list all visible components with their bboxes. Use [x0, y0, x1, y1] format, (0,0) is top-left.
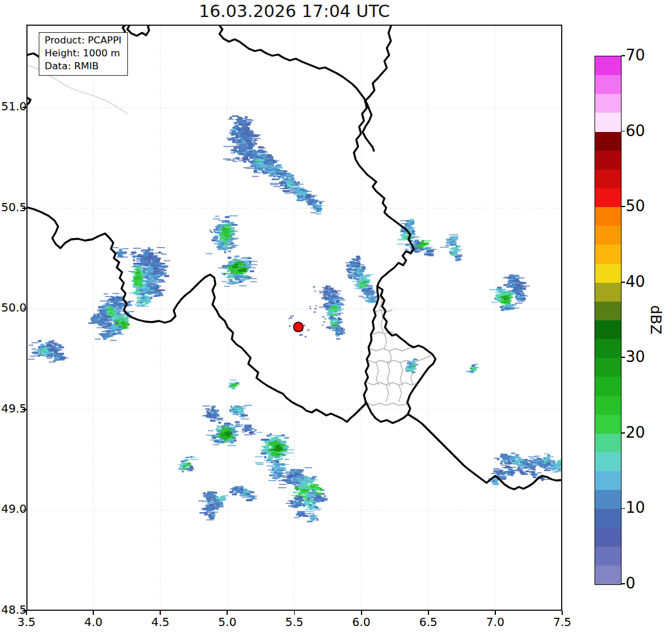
colorbar-band — [595, 358, 621, 377]
colorbar-band — [595, 75, 621, 94]
colorbar-band — [595, 283, 621, 302]
echo-cluster-moselle-speck — [466, 364, 479, 373]
echo-cluster-west-cluster — [89, 247, 170, 341]
radar-figure: 16.03.2026 17:04 UTC Product: PCAPPI Hei… — [0, 0, 672, 636]
colorbar-tick-label: 10 — [626, 499, 645, 516]
colorbar-band — [595, 377, 621, 395]
x-tick-label: 3.5 — [13, 615, 40, 629]
colorbar-label: dBZ — [647, 305, 664, 334]
x-tick-label: 6.0 — [348, 615, 375, 629]
figure-title: 16.03.2026 17:04 UTC — [26, 1, 562, 21]
colorbar-band — [595, 547, 621, 566]
colorbar-tick-mark — [622, 206, 625, 207]
colorbar-band — [595, 170, 621, 188]
y-tick-label: 50.5 — [1, 201, 22, 214]
colorbar-tick-label: 60 — [626, 122, 645, 140]
colorbar-band — [595, 245, 621, 263]
x-tick-label: 4.0 — [80, 615, 107, 629]
echo-cluster-north-band — [223, 116, 325, 215]
colorbar-tick-mark — [622, 508, 625, 509]
colorbar-band — [595, 396, 621, 415]
info-height: Height: 1000 m — [45, 47, 121, 60]
x-tick-mark — [562, 611, 563, 615]
radar-map-svg — [26, 25, 562, 611]
colorbar-band — [595, 320, 621, 339]
x-tick-label: 7.5 — [549, 615, 576, 629]
colorbar-band — [595, 566, 621, 584]
colorbar-band — [595, 188, 621, 207]
info-box: Product: PCAPPI Height: 1000 m Data: RMI… — [39, 32, 128, 76]
colorbar-band — [595, 56, 621, 75]
colorbar-tick-label: 70 — [626, 46, 645, 64]
x-tick-mark — [495, 611, 496, 615]
colorbar-tick-mark — [622, 55, 625, 56]
info-source: Data: RMIB — [45, 60, 121, 73]
x-tick-mark — [160, 611, 161, 615]
echo-cluster-east-blob — [489, 275, 530, 311]
colorbar-band — [595, 415, 621, 434]
map-plot-area — [26, 25, 562, 611]
x-tick-label: 4.5 — [147, 615, 174, 629]
echo-cluster-green-speck — [228, 380, 240, 390]
colorbar-band — [595, 528, 621, 547]
x-tick-mark — [294, 611, 295, 615]
colorbar-band — [595, 207, 621, 226]
echo-cluster-central-border-band — [309, 256, 379, 340]
colorbar-band — [595, 434, 621, 452]
colorbar-tick-label: 20 — [626, 424, 645, 441]
echo-cluster-northeast-streak-2 — [440, 235, 462, 262]
colorbar-band — [595, 132, 621, 151]
x-tick-mark — [227, 611, 228, 615]
x-tick-label: 5.0 — [214, 615, 241, 629]
x-tick-label: 6.5 — [415, 615, 442, 629]
y-tick-label: 49.0 — [1, 502, 22, 516]
colorbar-tick-label: 0 — [626, 574, 636, 592]
colorbar-band — [595, 226, 621, 245]
echo-cluster-southwest-patch — [28, 340, 68, 362]
colorbar-tick-mark — [622, 432, 625, 434]
colorbar-band — [595, 151, 621, 170]
colorbar — [595, 56, 622, 585]
colorbar-band — [595, 302, 621, 320]
x-tick-label: 5.5 — [281, 615, 308, 629]
colorbar-tick-mark — [622, 357, 625, 358]
echo-cluster-south-small-patches — [178, 456, 257, 520]
colorbar-tick-mark — [622, 131, 625, 132]
y-tick-label: 49.5 — [1, 402, 22, 415]
radar-echoes — [28, 116, 562, 522]
colorbar-tick-label: 40 — [626, 273, 645, 290]
x-tick-mark — [361, 611, 362, 615]
colorbar-tick-mark — [622, 583, 625, 584]
colorbar-band — [595, 339, 621, 358]
info-product: Product: PCAPPI — [45, 34, 121, 47]
colorbar-band — [595, 94, 621, 113]
echo-cluster-northeast-streak — [397, 219, 436, 256]
colorbar-band — [595, 509, 621, 527]
colorbar-band — [595, 264, 621, 283]
colorbar-tick-label: 30 — [626, 348, 645, 366]
x-tick-mark — [93, 611, 94, 615]
colorbar-band — [595, 471, 621, 490]
station-marker — [293, 322, 303, 331]
colorbar-tick-mark — [622, 282, 625, 283]
colorbar-band — [595, 452, 621, 471]
canton-borders — [367, 295, 431, 405]
y-tick-label: 48.5 — [1, 603, 22, 617]
x-tick-label: 7.0 — [482, 615, 509, 629]
colorbar-band — [595, 490, 621, 509]
colorbar-band — [595, 113, 621, 131]
y-tick-label: 50.0 — [1, 301, 22, 314]
colorbar-tick-label: 50 — [626, 197, 645, 215]
x-tick-mark — [428, 611, 429, 615]
y-tick-label: 51.0 — [1, 100, 22, 113]
